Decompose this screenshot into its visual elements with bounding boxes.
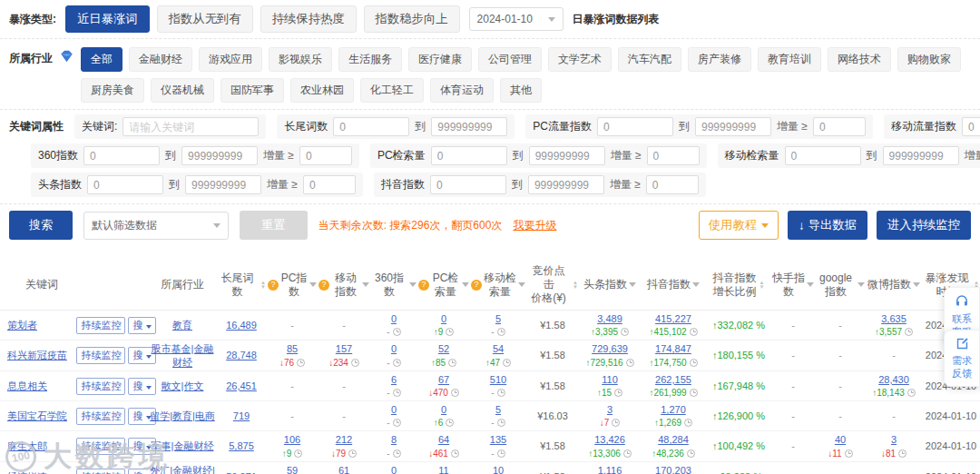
industry-link[interactable]: 股市基金|金融财经 xyxy=(152,343,214,367)
history-icon[interactable] xyxy=(497,449,505,458)
metric-value-link[interactable]: 67 xyxy=(438,374,449,385)
industry-chip[interactable]: 体育运动 xyxy=(430,78,494,103)
upgrade-link[interactable]: 我要升级 xyxy=(513,218,556,233)
metric-value-link[interactable]: 174,847 xyxy=(655,343,691,354)
metric-value-link[interactable]: 110 xyxy=(602,374,618,385)
filter-to-input[interactable] xyxy=(883,146,959,165)
industry-chip[interactable]: 房产装修 xyxy=(688,47,751,72)
history-icon[interactable] xyxy=(614,389,622,397)
history-icon[interactable] xyxy=(907,389,916,397)
filter-caret-icon[interactable] xyxy=(692,282,700,287)
metric-value-link[interactable]: 0 xyxy=(391,343,397,354)
metric-value-link[interactable]: 262,155 xyxy=(655,374,691,385)
monitor-button[interactable]: 持续监控 xyxy=(76,408,125,425)
history-icon[interactable] xyxy=(294,449,302,458)
filter-from-input[interactable] xyxy=(785,146,861,165)
sort-icon[interactable]: ▲▼ xyxy=(573,281,578,290)
history-icon[interactable] xyxy=(898,449,906,458)
col-header-pc-index[interactable]: ? PC指数 xyxy=(267,246,318,311)
filter-to-input[interactable] xyxy=(695,117,771,136)
history-icon[interactable] xyxy=(845,449,853,458)
history-icon[interactable] xyxy=(905,328,913,336)
export-button[interactable]: ↓ 导出数据 xyxy=(788,211,867,240)
industry-chip[interactable]: 生活服务 xyxy=(338,47,402,72)
industry-chip[interactable]: 金融财经 xyxy=(129,47,192,72)
metric-value-link[interactable]: 0 xyxy=(441,313,446,324)
longtail-count-link[interactable]: 26,451 xyxy=(226,380,257,391)
monitor-button[interactable]: 持续监控 xyxy=(76,438,125,455)
history-icon[interactable] xyxy=(393,359,401,367)
filter-from-input[interactable] xyxy=(962,117,980,136)
history-icon[interactable] xyxy=(623,449,632,458)
metric-value-link[interactable]: 28,430 xyxy=(878,374,909,385)
history-icon[interactable] xyxy=(626,359,634,367)
history-icon[interactable] xyxy=(393,328,401,336)
filter-increment-input[interactable] xyxy=(303,175,356,194)
history-icon[interactable] xyxy=(393,419,401,427)
filter-caret-icon[interactable] xyxy=(629,282,636,287)
sort-icon[interactable]: ▲▼ xyxy=(260,281,266,290)
filter-from-input[interactable] xyxy=(333,117,409,136)
filter-to-input[interactable] xyxy=(529,146,605,165)
metric-value-link[interactable]: 0 xyxy=(391,313,397,324)
sort-icon[interactable]: ▲▼ xyxy=(760,281,765,290)
col-header-360-index[interactable]: 360指数 xyxy=(370,246,417,311)
filter-caret-icon[interactable] xyxy=(807,282,814,287)
metric-value-link[interactable]: 510 xyxy=(490,374,506,385)
metric-value-link[interactable]: 3,635 xyxy=(881,313,906,324)
history-icon[interactable] xyxy=(393,389,401,397)
filter-increment-input[interactable] xyxy=(646,175,699,194)
preset-filter-select[interactable]: 默认筛选数据 xyxy=(83,212,229,240)
history-icon[interactable] xyxy=(497,389,505,397)
col-header-weibo-index[interactable]: 微博指数 xyxy=(866,246,922,311)
metric-value-link[interactable]: 157 xyxy=(336,343,352,354)
col-header-bid-price[interactable]: 竞价点击 价格(¥) ▲▼ xyxy=(526,246,579,311)
col-header-douyin-growth[interactable]: 抖音指数 增长比例 ▲▼ xyxy=(706,246,771,311)
history-icon[interactable] xyxy=(690,389,698,397)
history-icon[interactable] xyxy=(687,449,695,458)
metric-value-link[interactable]: 59 xyxy=(287,465,298,474)
filter-increment-input[interactable] xyxy=(813,117,866,136)
history-icon[interactable] xyxy=(351,359,359,367)
filter-caret-icon[interactable] xyxy=(462,282,469,287)
industry-chip[interactable]: 厨房美食 xyxy=(81,78,144,103)
metric-value-link[interactable]: 0 xyxy=(391,465,397,474)
filter-to-input[interactable] xyxy=(528,175,604,194)
col-header-pc-search[interactable]: ? PC检索量 xyxy=(417,246,470,311)
history-icon[interactable] xyxy=(451,449,459,458)
surge-type-button[interactable]: 指数稳步向上 xyxy=(364,5,460,33)
metric-value-link[interactable]: 11 xyxy=(438,465,448,474)
metric-value-link[interactable]: 106 xyxy=(284,434,300,445)
surge-type-button[interactable]: 近日暴涨词 xyxy=(65,5,150,33)
filter-increment-input[interactable] xyxy=(299,146,352,165)
longtail-count-link[interactable]: 28,748 xyxy=(226,350,257,360)
metric-value-link[interactable]: 64 xyxy=(438,434,449,445)
history-icon[interactable] xyxy=(612,419,620,427)
history-icon[interactable] xyxy=(497,328,505,336)
metric-value-link[interactable]: 729,639 xyxy=(592,343,628,354)
filter-caret-icon[interactable] xyxy=(409,282,416,287)
help-icon[interactable]: ? xyxy=(268,280,279,291)
longtail-count-link[interactable]: 719 xyxy=(233,410,250,421)
tutorial-button[interactable]: 使用教程 xyxy=(699,211,779,240)
metric-value-link[interactable]: 0 xyxy=(391,404,397,415)
history-icon[interactable] xyxy=(684,419,692,427)
metric-value-link[interactable]: 5 xyxy=(495,404,501,415)
history-icon[interactable] xyxy=(690,359,698,367)
filter-from-input[interactable] xyxy=(597,117,673,136)
monitor-button[interactable]: 持续监控 xyxy=(76,317,125,334)
history-icon[interactable] xyxy=(503,359,511,367)
help-icon[interactable]: ? xyxy=(318,280,329,291)
filter-to-input[interactable] xyxy=(431,117,507,136)
feedback-widget[interactable]: 需求反馈 xyxy=(944,330,980,387)
industry-link[interactable]: 教育 xyxy=(172,320,192,331)
col-header-kuaishou-index[interactable]: 快手指数 xyxy=(771,246,815,311)
history-icon[interactable] xyxy=(446,419,454,427)
metric-value-link[interactable]: 13,426 xyxy=(594,434,625,445)
industry-link[interactable]: 散文|作文 xyxy=(162,380,204,391)
metric-value-link[interactable]: 3,489 xyxy=(597,313,622,324)
metric-value-link[interactable]: 3 xyxy=(607,404,612,415)
industry-chip[interactable]: 公司管理 xyxy=(478,47,542,72)
longtail-count-link[interactable]: 5,875 xyxy=(229,440,254,451)
monitor-button[interactable]: 持续监控 xyxy=(76,469,125,474)
